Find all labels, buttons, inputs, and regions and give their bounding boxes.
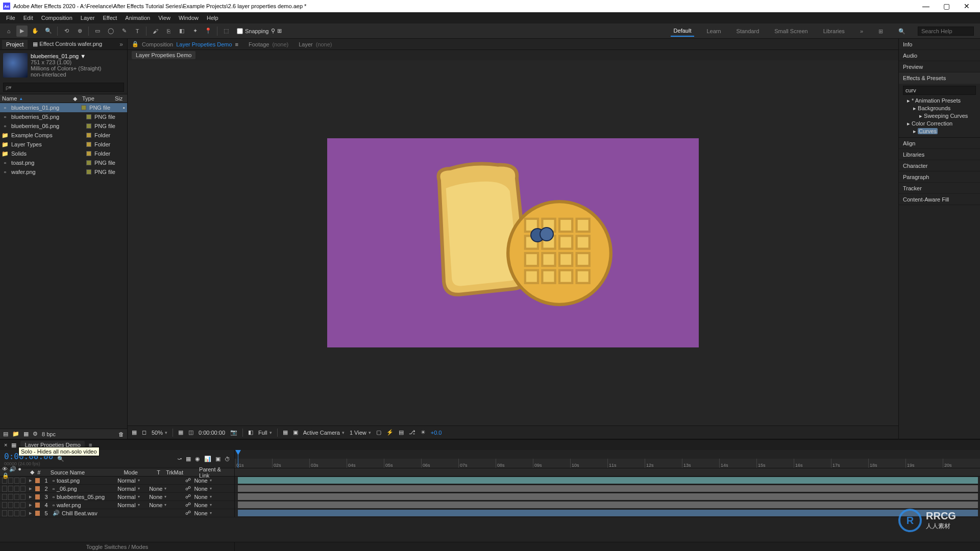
project-row[interactable]: 📁SolidsFolder <box>0 149 127 158</box>
audio-switch[interactable] <box>8 494 13 500</box>
layer-label-swatch[interactable] <box>35 503 40 508</box>
audio-switch[interactable] <box>8 478 13 484</box>
effects-tree-item[interactable]: ▸ * Animation Presets <box>903 97 976 105</box>
graph-editor-icon[interactable]: 📊 <box>204 456 211 462</box>
type-tool[interactable]: T <box>132 26 143 37</box>
timeline-layer-row[interactable]: ▸4▫wafer.pngNormalNone☍None <box>0 501 980 509</box>
layer-label-swatch[interactable] <box>35 486 40 491</box>
panel-content-aware-fill[interactable]: Content-Aware Fill <box>899 194 980 205</box>
zoom-dropdown[interactable]: 50% <box>152 430 167 436</box>
camera-dropdown[interactable]: Active Camera <box>303 430 345 436</box>
twirl-icon[interactable]: ▸ <box>29 485 32 492</box>
layer-name[interactable]: ▫wafer.png <box>53 502 114 508</box>
selection-tool[interactable]: ▶ <box>16 26 28 37</box>
label-swatch[interactable] <box>81 105 86 110</box>
audio-col-icon[interactable]: 🔊 <box>9 466 16 472</box>
pickwhip-icon[interactable]: ☍ <box>185 493 191 500</box>
comp-tab-menu-icon[interactable]: ≡ <box>235 41 238 47</box>
timeline-ruler-area[interactable]: 01s02s03s04s05s06s07s08s09s10s11s12s13s1… <box>235 450 980 468</box>
footage-tab[interactable]: Footage (none) <box>249 41 288 47</box>
label-swatch[interactable] <box>86 133 91 138</box>
search-help-input[interactable] <box>918 27 974 36</box>
effects-search-input[interactable] <box>903 86 976 95</box>
pickwhip-icon[interactable]: ☍ <box>185 502 191 508</box>
panel-audio[interactable]: Audio <box>899 50 980 61</box>
twirl-icon[interactable]: ▸ <box>29 493 32 500</box>
blend-mode-dropdown[interactable]: Normal <box>117 502 146 508</box>
label-swatch[interactable] <box>86 169 91 174</box>
effects-presets-title[interactable]: Effects & Presets <box>899 72 980 84</box>
trkmat-col-header[interactable]: TrkMat <box>166 469 196 475</box>
project-row[interactable]: ▫blueberries_06.pngPNG file <box>0 121 127 131</box>
resolution-dropdown[interactable]: Full <box>258 430 272 436</box>
orbit-tool[interactable]: ⟲ <box>61 26 72 37</box>
col-type[interactable]: Type <box>82 95 113 102</box>
menu-animation[interactable]: Animation <box>121 15 154 21</box>
pickwhip-icon[interactable]: ☍ <box>185 477 191 484</box>
lock-switch[interactable] <box>20 510 26 516</box>
menu-file[interactable]: File <box>2 15 19 21</box>
timeline-layer-row[interactable]: ▸1▫toast.pngNormal☍None <box>0 477 980 485</box>
solo-switch[interactable] <box>14 486 19 492</box>
shy-icon[interactable]: ⤻ <box>177 456 182 462</box>
snap-opts-icon[interactable]: ⚲ <box>271 28 275 34</box>
menu-composition[interactable]: Composition <box>37 15 77 21</box>
blend-mode-dropdown[interactable]: Normal <box>117 486 146 492</box>
snapping-toggle[interactable]: Snapping ⚲ ⊞ <box>234 28 285 34</box>
video-switch[interactable] <box>2 486 7 492</box>
clone-tool[interactable]: ⎘ <box>163 26 174 37</box>
grid-icon[interactable]: ▦ <box>178 429 183 436</box>
menu-layer[interactable]: Layer <box>77 15 99 21</box>
menu-view[interactable]: View <box>154 15 175 21</box>
label-swatch[interactable] <box>86 142 91 147</box>
twirl-icon[interactable]: ▸ <box>29 510 32 516</box>
panel-overflow-icon[interactable]: » <box>117 41 125 48</box>
workspace-libraries[interactable]: Libraries <box>820 26 848 36</box>
puppet-tool[interactable]: 📍 <box>203 26 214 37</box>
project-search-input[interactable] <box>3 83 124 92</box>
timeline-close-icon[interactable]: × <box>4 442 7 448</box>
timeline-search-icon[interactable]: 🔍 <box>57 456 64 462</box>
workspace-default[interactable]: Default <box>671 26 695 37</box>
label-swatch[interactable] <box>86 123 91 129</box>
solo-switch[interactable] <box>14 478 19 484</box>
solo-switch[interactable] <box>14 502 19 508</box>
pan-behind-tool[interactable]: ⊕ <box>74 26 85 37</box>
col-label-icon[interactable]: ◆ <box>73 95 80 102</box>
blend-mode-dropdown[interactable]: Normal <box>117 478 146 484</box>
project-row[interactable]: ▫blueberries_05.pngPNG file <box>0 112 127 121</box>
lock-switch[interactable] <box>20 494 26 500</box>
layer-label-swatch[interactable] <box>35 511 40 516</box>
timeline-icon[interactable]: ▤ <box>399 429 404 436</box>
snap-opts2-icon[interactable]: ⊞ <box>277 28 282 34</box>
flowchart-icon[interactable]: ⎇ <box>409 429 415 436</box>
toggle-switches-button[interactable]: Toggle Switches / Modes <box>0 542 235 551</box>
col-name[interactable]: Name <box>2 95 17 102</box>
layer-duration-bar[interactable] <box>238 477 978 484</box>
brush-tool[interactable]: 🖌 <box>150 26 161 37</box>
minimize-button[interactable]: — <box>916 1 936 12</box>
breadcrumb-item[interactable]: Layer Propeties Demo <box>132 51 195 59</box>
mask-icon[interactable]: ◫ <box>188 429 193 436</box>
timeline-layer-row[interactable]: ▸2▫_06.pngNormalNone☍None <box>0 485 980 493</box>
transparency-icon[interactable]: ▦ <box>283 429 288 436</box>
workspace-overflow-icon[interactable]: » <box>857 26 866 36</box>
views-dropdown[interactable]: 1 View <box>350 430 371 436</box>
effects-tree-item[interactable]: ▸ Color Correction <box>903 120 976 128</box>
project-row[interactable]: ▫wafer.pngPNG file <box>0 167 127 177</box>
timeline-layer-row[interactable]: ▸3▫blueberries_05.pngNormalNone☍None <box>0 493 980 501</box>
layer-duration-bar[interactable] <box>238 510 978 516</box>
layer-name[interactable]: ▫toast.png <box>53 478 114 484</box>
render-time-icon[interactable]: ⏱ <box>225 456 230 462</box>
frame-blend-icon[interactable]: ▦ <box>186 456 191 462</box>
panel-character[interactable]: Character <box>899 160 980 171</box>
solo-switch[interactable] <box>14 510 19 516</box>
workspace-smallscreen[interactable]: Small Screen <box>771 26 811 36</box>
pickwhip-icon[interactable]: ☍ <box>185 485 191 492</box>
menu-window[interactable]: Window <box>175 15 203 21</box>
channel-icon[interactable]: ◻ <box>142 429 146 436</box>
blueberries-layer-icon[interactable] <box>530 225 555 243</box>
new-comp-icon[interactable]: ▦ <box>23 431 29 437</box>
project-row[interactable]: ▫toast.pngPNG file <box>0 158 127 167</box>
col-size[interactable]: Siz <box>115 95 125 102</box>
